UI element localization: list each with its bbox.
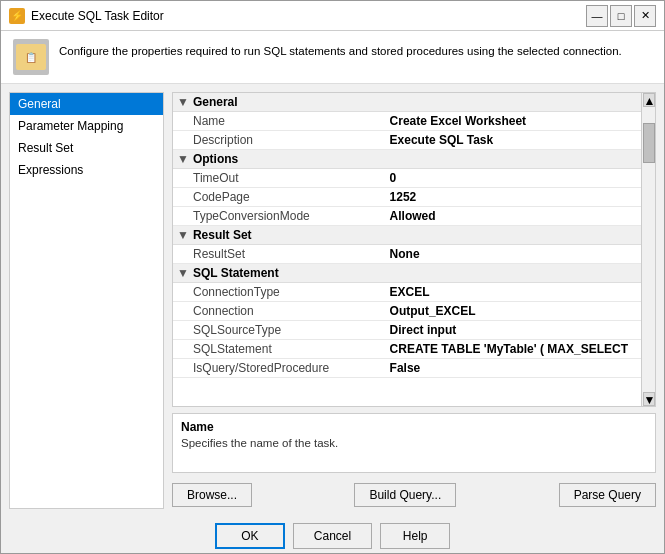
minimize-button[interactable]: — <box>586 5 608 27</box>
value-description: Execute SQL Task <box>384 131 641 150</box>
key-resultset: ResultSet <box>173 245 384 264</box>
row-resultset: ResultSet None <box>173 245 641 264</box>
section-toggle-resultset[interactable]: ▼ <box>177 228 189 242</box>
bottom-buttons-row: Browse... Build Query... Parse Query <box>172 479 656 509</box>
cancel-button[interactable]: Cancel <box>293 523 372 549</box>
sidebar: General Parameter Mapping Result Set Exp… <box>9 92 164 509</box>
value-timeout: 0 <box>384 169 641 188</box>
section-resultset: ▼Result Set <box>173 226 641 245</box>
task-icon: 📋 <box>13 39 49 75</box>
row-sqlstatement: SQLStatement CREATE TABLE 'MyTable' ( MA… <box>173 340 641 359</box>
key-sqlsourcetype: SQLSourceType <box>173 321 384 340</box>
scrollbar-down-arrow[interactable]: ▼ <box>643 392 655 406</box>
sidebar-item-result-set[interactable]: Result Set <box>10 137 163 159</box>
window-title: Execute SQL Task Editor <box>31 9 164 23</box>
key-timeout: TimeOut <box>173 169 384 188</box>
desc-panel-text: Specifies the name of the task. <box>181 437 647 449</box>
section-label-general: General <box>193 95 238 109</box>
parse-query-button[interactable]: Parse Query <box>559 483 656 507</box>
build-query-button[interactable]: Build Query... <box>354 483 456 507</box>
header-description: 📋 Configure the properties required to r… <box>1 31 664 84</box>
ok-button[interactable]: OK <box>215 523 285 549</box>
row-timeout: TimeOut 0 <box>173 169 641 188</box>
value-typeconversionmode: Allowed <box>384 207 641 226</box>
value-connectiontype: EXCEL <box>384 283 641 302</box>
value-isquery: False <box>384 359 641 378</box>
section-toggle-general[interactable]: ▼ <box>177 95 189 109</box>
row-connectiontype: ConnectionType EXCEL <box>173 283 641 302</box>
properties-scrollbar[interactable]: ▲ ▼ <box>641 93 655 406</box>
row-description: Description Execute SQL Task <box>173 131 641 150</box>
value-sqlsourcetype: Direct input <box>384 321 641 340</box>
scrollbar-thumb[interactable] <box>643 123 655 163</box>
window-icon: ⚡ <box>9 8 25 24</box>
key-description: Description <box>173 131 384 150</box>
browse-button[interactable]: Browse... <box>172 483 252 507</box>
title-bar-left: ⚡ Execute SQL Task Editor <box>9 8 164 24</box>
properties-table[interactable]: ▼General Name Create Excel Worksheet Des… <box>173 93 641 406</box>
section-label-sql: SQL Statement <box>193 266 279 280</box>
properties-panel: ▼General Name Create Excel Worksheet Des… <box>172 92 656 407</box>
help-button[interactable]: Help <box>380 523 450 549</box>
row-sqlsourcetype: SQLSourceType Direct input <box>173 321 641 340</box>
title-bar: ⚡ Execute SQL Task Editor — □ ✕ <box>1 1 664 31</box>
section-label-resultset: Result Set <box>193 228 252 242</box>
section-options: ▼Options <box>173 150 641 169</box>
key-connectiontype: ConnectionType <box>173 283 384 302</box>
desc-panel-title: Name <box>181 420 647 434</box>
row-isquery: IsQuery/StoredProcedure False <box>173 359 641 378</box>
key-isquery: IsQuery/StoredProcedure <box>173 359 384 378</box>
value-sqlstatement: CREATE TABLE 'MyTable' ( MAX_SELECT <box>384 340 641 359</box>
title-controls: — □ ✕ <box>586 5 656 27</box>
section-label-options: Options <box>193 152 238 166</box>
maximize-button[interactable]: □ <box>610 5 632 27</box>
description-panel: Name Specifies the name of the task. <box>172 413 656 473</box>
value-name: Create Excel Worksheet <box>384 112 641 131</box>
key-sqlstatement: SQLStatement <box>173 340 384 359</box>
value-resultset: None <box>384 245 641 264</box>
section-general: ▼General <box>173 93 641 112</box>
properties-table-wrap: ▼General Name Create Excel Worksheet Des… <box>173 93 655 406</box>
key-codepage: CodePage <box>173 188 384 207</box>
header-description-text: Configure the properties required to run… <box>59 39 622 59</box>
row-name: Name Create Excel Worksheet <box>173 112 641 131</box>
value-codepage: 1252 <box>384 188 641 207</box>
row-typeconversionmode: TypeConversionMode Allowed <box>173 207 641 226</box>
main-content: General Parameter Mapping Result Set Exp… <box>1 84 664 517</box>
right-panel: ▼General Name Create Excel Worksheet Des… <box>172 92 656 509</box>
value-connection: Output_EXCEL <box>384 302 641 321</box>
sidebar-item-general[interactable]: General <box>10 93 163 115</box>
section-toggle-sql[interactable]: ▼ <box>177 266 189 280</box>
task-icon-inner: 📋 <box>16 44 46 70</box>
key-connection: Connection <box>173 302 384 321</box>
key-typeconversionmode: TypeConversionMode <box>173 207 384 226</box>
row-connection: Connection Output_EXCEL <box>173 302 641 321</box>
footer-row: OK Cancel Help <box>1 517 664 553</box>
section-sql-statement: ▼SQL Statement <box>173 264 641 283</box>
execute-sql-task-editor-window: ⚡ Execute SQL Task Editor — □ ✕ 📋 Config… <box>0 0 665 554</box>
sidebar-item-parameter-mapping[interactable]: Parameter Mapping <box>10 115 163 137</box>
section-toggle-options[interactable]: ▼ <box>177 152 189 166</box>
close-button[interactable]: ✕ <box>634 5 656 27</box>
key-name: Name <box>173 112 384 131</box>
sidebar-item-expressions[interactable]: Expressions <box>10 159 163 181</box>
row-codepage: CodePage 1252 <box>173 188 641 207</box>
scrollbar-up-arrow[interactable]: ▲ <box>643 93 655 107</box>
